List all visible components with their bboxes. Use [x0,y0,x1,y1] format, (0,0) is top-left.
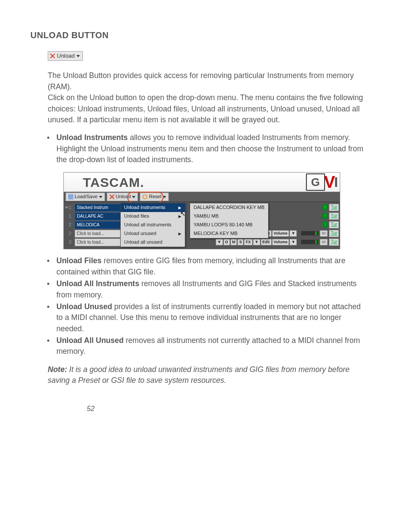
unload-header-button: Unload [48,51,83,61]
menu-label: Unload unused [124,230,156,237]
s-button[interactable]: S [237,239,243,245]
toolbar: Load/Save Unload Reset [64,192,340,202]
gvi-logo: G V I [306,170,338,194]
submenu-item[interactable]: YAMBU MB [190,212,268,221]
unload-dropdown: Unload instruments▶ Unload files▶ Unload… [120,203,185,247]
submenu-item[interactable]: DALLAPE ACCORDION KEY MB [190,203,268,212]
slot-label: Click to load... [75,238,122,247]
unload-submenu: DALLAPE ACCORDION KEY MB YAMBU MB YAMBU … [190,203,269,238]
bullet-label: Unload Instruments [56,133,128,142]
svg-point-4 [143,195,147,199]
midi-badge: 0 [322,204,328,210]
dropdown-icon[interactable]: ▼ [289,239,297,245]
slot-1-2[interactable]: 2MELODICA [66,221,122,228]
edit-button[interactable]: Edit [261,239,272,245]
fx-button[interactable]: FX [244,239,253,245]
unload-toolbar-label: Unload [116,193,131,200]
chevron-down-icon [99,196,102,198]
gvi-g: G [306,173,325,191]
menu-unload-instruments[interactable]: Unload instruments▶ [121,203,185,212]
midi-badge: 7 [322,222,328,228]
tur-button[interactable]: Tur [329,204,339,211]
volume-bar[interactable] [301,240,319,244]
tur-button[interactable]: Tur [329,238,339,246]
note-text: It is a good idea to unload unwanted ins… [48,365,349,385]
slot-num: 3: [69,239,75,246]
chevron-down-icon [163,196,166,198]
slot-label: MELODICA [75,221,122,229]
menu-label: Unload all unused [124,239,162,246]
loadsave-label: Load/Save [75,193,98,200]
menu-unload-all-unused[interactable]: Unload all unused [121,238,185,247]
dropdown-icon[interactable]: ▼ [289,230,297,237]
slot-num: 1: [69,204,75,211]
reset-button[interactable]: Reset [140,193,169,201]
unload-toolbar-button[interactable]: Unload [107,193,138,201]
bullet-unload-all-instruments: Unload All Instruments removes all Instr… [47,278,366,300]
tur-button[interactable]: Tur [329,221,339,228]
bullet-label: Unload All Instruments [56,279,139,288]
instrument-slots: 1:Stacked Instrum 1DALLAPE AC 2MELODICA … [64,202,122,249]
note-paragraph: Note: It is a good idea to unload unwant… [48,364,366,386]
chevron-down-icon [132,196,135,198]
slot-label: DALLAPE AC [75,212,122,221]
menu-unload-files[interactable]: Unload files▶ [121,212,185,221]
volume-value: 90 [320,230,328,237]
reset-icon [142,194,148,199]
cursor-icon: ↖ [180,209,186,219]
bullet-unload-unused: Unload Unused provides a list of instrum… [47,301,366,334]
page-title: UNLOAD BUTTON [30,29,384,42]
app-screenshot: TASCAM. G V I Load/Save Unload Reset 1:S… [63,172,340,249]
x-icon [109,194,115,199]
bullet-label: Unload Unused [56,302,112,311]
track-controls: ▼ O M S FX ▼ Edit Volume ▼ [216,239,298,245]
slot-3[interactable]: 3:Click to load... [66,238,122,246]
bullet-unload-files: Unload Files removes entire GIG files fr… [47,255,366,277]
m-button[interactable]: M [230,239,237,245]
tur-button[interactable]: Tur [329,212,339,220]
slot-label: Click to load... [75,230,122,238]
screenshot-header: TASCAM. G V I [64,173,340,192]
slot-num: 1 [69,213,75,220]
menu-label: Unload all instruments [124,222,171,228]
menu-unload-unused[interactable]: Unload unused▶ [121,229,185,238]
o-button[interactable]: O [223,239,230,245]
volume-button[interactable]: Volume [272,239,289,245]
intro-text-1: The Unload Button provides quick access … [48,71,354,91]
slot-1-1[interactable]: 1DALLAPE AC [66,212,122,220]
tur-button[interactable]: Tur [329,230,339,237]
intro-text-2: Click on the Unload button to open the d… [48,93,363,124]
note-label: Note: [48,365,67,374]
unload-header-label: Unload [57,52,75,60]
reset-label: Reset [149,193,161,200]
volume-bar[interactable] [301,231,319,235]
expand-icon [65,206,69,209]
submenu-arrow-icon: ▶ [178,231,181,237]
loadsave-icon [68,194,73,199]
slot-num: 2 [69,222,75,228]
dropdown-icon[interactable]: ▼ [253,239,260,245]
slot-num: 2: [69,230,75,237]
midi-badge: 7 [322,213,328,219]
bullet-label: Unload All Unused [56,336,124,345]
slot-1[interactable]: 1:Stacked Instrum [66,204,122,211]
menu-label: Unload files [124,213,149,220]
gvi-v: V [324,170,335,194]
dropdown-icon[interactable]: ▼ [216,239,223,245]
slot-label: Stacked Instrum [75,204,122,212]
gvi-i: I [334,172,338,192]
x-icon [49,53,56,59]
tascam-logo: TASCAM. [83,173,144,192]
slot-2[interactable]: 2:Click to load... [66,230,122,237]
loadsave-button[interactable]: Load/Save [66,193,105,201]
bullet-label: Unload Files [56,256,102,265]
menu-label: Unload instruments [124,204,165,211]
submenu-item[interactable]: MELODICA KEY MB [190,229,268,238]
bullet-unload-all-unused: Unload All Unused removes all instrument… [47,335,366,357]
volume-button[interactable]: Volume [272,230,289,237]
menu-unload-all-instruments[interactable]: Unload all instruments [121,221,185,229]
submenu-item[interactable]: YAMBU LOOPS 80-140 MB [190,221,268,229]
page-number: 52 [87,404,384,414]
content-area: 1:Stacked Instrum 1DALLAPE AC 2MELODICA … [64,202,340,249]
chevron-down-icon [76,55,80,57]
